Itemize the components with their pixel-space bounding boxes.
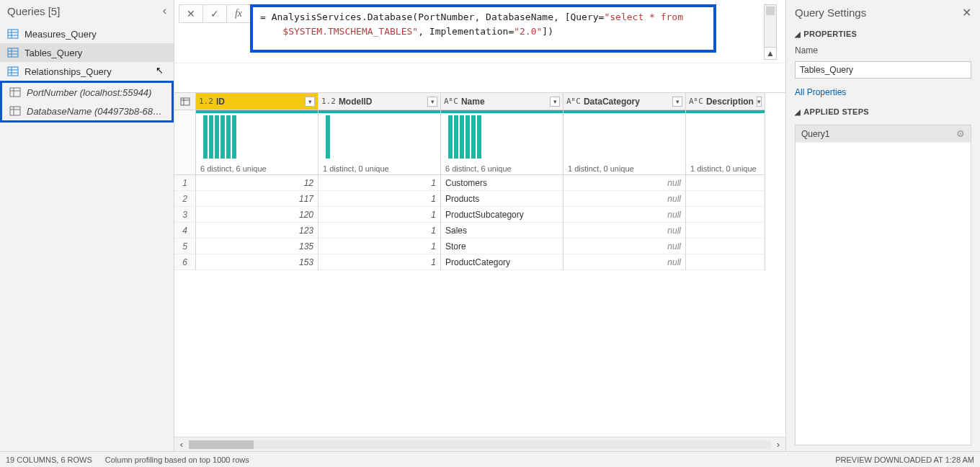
table-cell[interactable]: null [564, 254, 685, 270]
cancel-formula-button[interactable]: ✕ [179, 4, 203, 23]
table-cell[interactable]: Sales [441, 223, 563, 239]
formula-input[interactable]: = AnalysisServices.Database(PortNumber, … [250, 4, 716, 53]
status-profiling: Column profiling based on top 1000 rows [105, 455, 249, 464]
svg-rect-12 [10, 88, 20, 97]
formula-text: , Implementation= [418, 26, 514, 37]
horizontal-scrollbar[interactable]: ‹ › [174, 437, 785, 451]
name-label: Name [795, 45, 971, 55]
fx-button[interactable]: fx [226, 4, 251, 23]
table-cell[interactable]: 1 [318, 223, 440, 239]
table-options-button[interactable] [174, 93, 195, 110]
table-cell[interactable] [686, 254, 765, 270]
row-number[interactable]: 4 [174, 223, 195, 239]
query-item-measures[interactable]: Measures_Query [0, 25, 174, 43]
accept-formula-button[interactable]: ✓ [202, 4, 227, 23]
all-properties-link[interactable]: All Properties [795, 87, 971, 97]
table-cell[interactable] [686, 175, 765, 191]
queries-pane: Queries [5] ‹ Measures_Query Tables_Quer… [0, 0, 174, 451]
table-cell[interactable]: 12 [196, 175, 318, 191]
collapse-queries-icon[interactable]: ‹ [163, 4, 166, 17]
formula-scrollbar[interactable] [764, 4, 777, 48]
row-number[interactable]: 5 [174, 239, 195, 254]
table-cell[interactable] [686, 191, 765, 207]
table-cell[interactable]: 1 [318, 191, 440, 207]
query-item-relationships[interactable]: Relationships_Query ↖ [0, 62, 174, 81]
query-settings-pane: Query Settings ✕ ◢ PROPERTIES Name All P… [785, 0, 980, 451]
query-item-portnumber[interactable]: PortNumber (localhost:55944) [2, 83, 172, 102]
table-cell[interactable]: 1 [318, 175, 440, 191]
svg-rect-8 [8, 67, 18, 76]
type-icon: AᴮC [444, 97, 458, 106]
type-icon: AᴮC [689, 97, 703, 106]
properties-section-header[interactable]: ◢ PROPERTIES [795, 30, 971, 38]
row-number[interactable]: 3 [174, 207, 195, 223]
column-filter-icon[interactable]: ▾ [305, 97, 315, 107]
profile-stats: 6 distinct, 6 unique [200, 164, 267, 173]
table-cell[interactable]: null [564, 175, 685, 191]
cursor-icon: ↖ [156, 65, 164, 76]
column-name: DataCategory [584, 97, 669, 107]
column-header[interactable]: 1.2ModelID▾ [318, 93, 440, 110]
query-name-input[interactable] [795, 61, 971, 79]
table-cell[interactable]: 135 [196, 239, 318, 254]
column-header[interactable]: AᴮCDataCategory▾ [564, 93, 685, 110]
scroll-left-icon[interactable]: ‹ [174, 439, 189, 450]
table-cell[interactable]: 120 [196, 207, 318, 223]
table-cell[interactable]: null [564, 191, 685, 207]
table-cell[interactable]: 153 [196, 254, 318, 270]
table-cell[interactable] [686, 223, 765, 239]
column-filter-icon[interactable]: ▾ [672, 97, 682, 107]
close-settings-icon[interactable]: ✕ [962, 6, 971, 19]
table-cell[interactable]: 123 [196, 223, 318, 239]
table-cell[interactable]: ProductCategory [441, 254, 563, 270]
type-icon: 1.2 [321, 97, 336, 106]
table-cell[interactable]: 1 [318, 254, 440, 270]
column-filter-icon[interactable]: ▾ [427, 97, 437, 107]
query-label: DatabaseName (044973b8-6820-4... [27, 106, 164, 117]
query-label: Measures_Query [24, 29, 166, 40]
expand-formula-button[interactable]: ▲ [764, 47, 777, 60]
table-cell[interactable]: Store [441, 239, 563, 254]
query-item-tables[interactable]: Tables_Query [0, 43, 174, 62]
table-cell[interactable]: ProductSubcategory [441, 207, 563, 223]
status-bar: 19 COLUMNS, 6 ROWS Column profiling base… [0, 451, 980, 467]
column-profile: 6 distinct, 6 unique [196, 113, 318, 175]
chevron-down-icon: ◢ [795, 108, 801, 116]
table-cell[interactable]: null [564, 207, 685, 223]
svg-rect-4 [8, 48, 18, 57]
column-header[interactable]: 1.2ID▾ [196, 93, 318, 110]
parameter-icon [9, 86, 21, 98]
column-name: Name [461, 97, 547, 107]
formula-bar: ✕ ✓ fx = AnalysisServices.Database(PortN… [174, 0, 785, 63]
formula-text: ]) [542, 26, 553, 37]
applied-steps-list: Query1 ⚙ [795, 125, 971, 445]
gear-icon[interactable]: ⚙ [956, 128, 965, 139]
row-number[interactable]: 6 [174, 254, 195, 270]
chevron-down-icon: ◢ [795, 30, 801, 38]
column-modelid: 1.2ModelID▾1 distinct, 0 unique111111 [318, 93, 441, 270]
applied-step[interactable]: Query1 ⚙ [796, 125, 971, 143]
svg-rect-18 [181, 98, 190, 105]
table-cell[interactable] [686, 207, 765, 223]
table-cell[interactable]: null [564, 239, 685, 254]
column-header[interactable]: AᴮCDescription▾ [686, 93, 765, 110]
table-cell[interactable]: 117 [196, 191, 318, 207]
scroll-right-icon[interactable]: › [771, 439, 785, 450]
table-cell[interactable] [686, 239, 765, 254]
table-cell[interactable]: 1 [318, 239, 440, 254]
query-item-databasename[interactable]: DatabaseName (044973b8-6820-4... [2, 102, 172, 120]
column-profile: 1 distinct, 0 unique [564, 113, 685, 175]
column-header[interactable]: AᴮCName▾ [441, 93, 563, 110]
applied-steps-section-header[interactable]: ◢ APPLIED STEPS [795, 107, 971, 116]
formula-string: "select * from [604, 12, 683, 22]
column-filter-icon[interactable]: ▾ [757, 97, 762, 107]
table-cell[interactable]: Customers [441, 175, 563, 191]
table-cell[interactable]: null [564, 223, 685, 239]
table-cell[interactable]: 1 [318, 207, 440, 223]
row-number[interactable]: 1 [174, 175, 195, 191]
query-label: Relationships_Query [24, 66, 153, 77]
row-number[interactable]: 2 [174, 191, 195, 207]
table-cell[interactable]: Products [441, 191, 563, 207]
column-filter-icon[interactable]: ▾ [550, 97, 560, 107]
svg-rect-0 [8, 30, 18, 38]
